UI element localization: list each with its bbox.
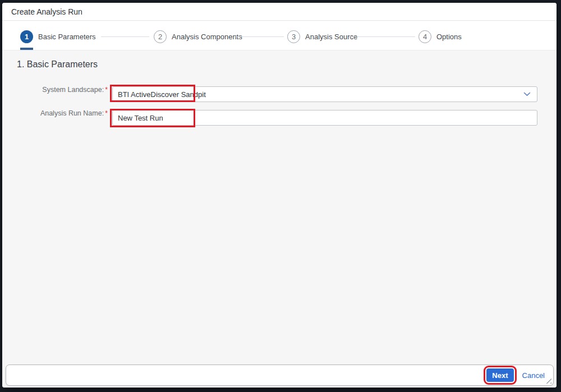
chevron-down-icon — [523, 92, 531, 96]
dialog-title: Create Analysis Run — [11, 7, 82, 16]
step-connector-line — [236, 36, 284, 37]
step-2-number-badge: 2 — [154, 30, 167, 43]
section-heading: 1. Basic Parameters — [17, 59, 98, 70]
step-2-label: Analysis Components — [172, 33, 242, 41]
create-analysis-run-dialog: Create Analysis Run 1 Basic Parameters 2… — [2, 3, 557, 388]
wizard-step-analysis-components[interactable]: 2 Analysis Components — [154, 30, 242, 43]
system-landscape-label: System Landscape:* — [2, 86, 108, 94]
system-landscape-value: BTI ActiveDiscover Sandpit — [118, 90, 206, 99]
wizard-step-basic-parameters[interactable]: 1 Basic Parameters — [20, 30, 96, 43]
wizard-step-options[interactable]: 4 Options — [419, 30, 462, 43]
step-3-number-badge: 3 — [287, 30, 300, 43]
dialog-content: 1. Basic Parameters System Landscape:* B… — [2, 50, 557, 388]
required-asterisk: * — [105, 109, 108, 117]
cancel-button[interactable]: Cancel — [521, 371, 546, 380]
step-connector-line — [349, 36, 415, 37]
step-4-number-badge: 4 — [419, 30, 431, 43]
next-button[interactable]: Next — [486, 368, 513, 382]
wizard-stepper: 1 Basic Parameters 2 Analysis Components… — [2, 21, 557, 50]
analysis-run-name-label: Analysis Run Name:* — [2, 109, 108, 117]
resize-grip-icon[interactable] — [545, 377, 551, 384]
dialog-title-bar: Create Analysis Run — [2, 3, 557, 21]
active-step-indicator — [20, 48, 33, 50]
dialog-footer-bar: Next Cancel — [6, 365, 554, 386]
required-asterisk: * — [105, 86, 108, 94]
step-4-label: Options — [436, 33, 462, 41]
analysis-run-name-input[interactable] — [112, 110, 537, 126]
wizard-step-analysis-source[interactable]: 3 Analysis Source — [287, 30, 357, 43]
step-connector-line — [101, 36, 149, 37]
step-1-label: Basic Parameters — [38, 33, 96, 41]
step-1-number-badge: 1 — [20, 30, 33, 43]
system-landscape-select[interactable]: BTI ActiveDiscover Sandpit — [112, 86, 537, 102]
